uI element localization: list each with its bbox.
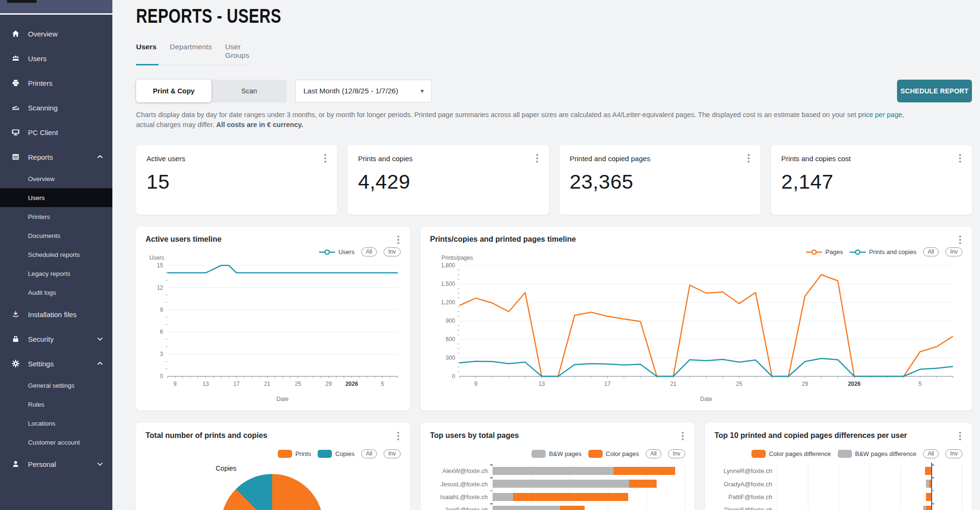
bar-row <box>777 477 962 490</box>
logo <box>7 0 37 3</box>
bar-row-label: LynneR@foxte.ch <box>714 464 777 477</box>
bar-row-label: JesusL@foxte.ch <box>430 477 493 490</box>
kpi-label: Printed and copied pages <box>570 155 750 163</box>
sidebar-item-personal[interactable]: Personal <box>0 452 112 476</box>
legend-item-color-diff[interactable]: Color pages difference <box>751 450 831 458</box>
color-pages-swatch <box>588 450 603 458</box>
sidebar-subitem-users[interactable]: Users <box>0 188 112 207</box>
sidebar-subitem-documents[interactable]: Documents <box>0 226 112 245</box>
kebab-menu-icon[interactable] <box>395 235 402 245</box>
person-icon <box>11 460 20 468</box>
lock-icon <box>11 335 20 343</box>
color-diff-bar-segment <box>926 493 931 501</box>
svg-text:21: 21 <box>670 381 677 387</box>
legend-inv-button[interactable]: Inv <box>384 449 401 458</box>
sidebar-item-label: Personal <box>28 460 97 468</box>
sidebar-item-label: Users <box>28 55 103 63</box>
sidebar-item-scanning[interactable]: Scanning <box>0 95 112 120</box>
bar-row-label: GradyA@foxte.ch <box>714 477 777 490</box>
prints-swatch <box>278 450 292 458</box>
sidebar-subitem-locations[interactable]: Locations <box>0 414 112 433</box>
color-diff-swatch <box>751 450 766 458</box>
svg-text:5: 5 <box>381 381 384 387</box>
color-diff-bar-segment <box>926 506 931 510</box>
kpi-card-prints-and-copies-cost: Prints and copies cost2,147 <box>771 145 972 215</box>
tab-user-groups[interactable]: User Groups <box>219 43 256 65</box>
sidebar-nav: OverviewUsersPrintersScanningPC ClientRe… <box>0 15 112 476</box>
kebab-menu-icon[interactable] <box>957 235 963 245</box>
sidebar-subitem-general-settings[interactable]: General settings <box>0 376 112 395</box>
sidebar-item-label: Scanning <box>28 104 103 112</box>
toggle-scan[interactable]: Scan <box>211 80 287 102</box>
svg-text:17: 17 <box>233 381 240 387</box>
legend-item-color-pages[interactable]: Color pages <box>588 450 639 458</box>
chart-legend: Prints Copies All Inv <box>278 449 401 458</box>
chart-title: Active users timeline <box>146 235 401 244</box>
tab-departments[interactable]: Departments <box>163 43 219 65</box>
color-bar-segment <box>513 493 628 501</box>
svg-text:6: 6 <box>160 328 163 335</box>
chart-title: Total number of prints and copies <box>146 431 401 440</box>
kpi-label: Prints and copies <box>358 155 538 163</box>
svg-text:900: 900 <box>446 318 455 324</box>
chevron-down-icon: ▼ <box>420 88 425 94</box>
sidebar-item-pc-client[interactable]: PC Client <box>0 120 112 145</box>
users-group-icon <box>11 54 20 63</box>
sidebar-subitem-scheduled-reports[interactable]: Scheduled reports <box>0 245 112 264</box>
sidebar-item-installation-files[interactable]: Installation files <box>0 302 112 327</box>
sidebar-item-overview[interactable]: Overview <box>0 21 112 46</box>
bw-bar-segment <box>493 493 513 501</box>
kebab-menu-icon[interactable] <box>322 154 329 163</box>
download-icon <box>11 310 20 319</box>
prints-copies-pie-card: Total number of prints and copies Prints… <box>136 423 410 510</box>
sidebar-item-printers[interactable]: Printers <box>0 71 112 95</box>
svg-text:29: 29 <box>802 381 808 387</box>
bar-row-label: JoniS@foxte.ch <box>430 503 493 510</box>
legend-item-copies[interactable]: Copies <box>318 450 354 458</box>
kebab-menu-icon[interactable] <box>534 154 540 163</box>
sidebar-subitem-legacy-reports[interactable]: Legacy reports <box>0 264 112 283</box>
kpi-value: 4,429 <box>358 170 538 193</box>
price-per-page-link[interactable]: price per page <box>858 111 902 118</box>
kpi-label: Prints and copies cost <box>781 155 962 163</box>
legend-inv-button[interactable]: Inv <box>668 449 685 458</box>
printer-icon <box>11 79 20 87</box>
active-users-timeline-card: Active users timeline Users All Inv 0369… <box>136 227 410 410</box>
sidebar-item-settings[interactable]: Settings <box>0 351 112 376</box>
legend-inv-button[interactable]: Inv <box>945 449 962 458</box>
print-scan-toggle: Print & Copy Scan <box>136 80 287 102</box>
legend-all-button[interactable]: All <box>646 449 661 458</box>
kebab-menu-icon[interactable] <box>957 154 963 163</box>
pie-slice-label: Copies <box>216 464 237 472</box>
toggle-print-copy[interactable]: Print & Copy <box>136 80 211 102</box>
legend-item-prints[interactable]: Prints <box>278 450 311 458</box>
tab-users[interactable]: Users <box>136 43 163 65</box>
svg-text:600: 600 <box>446 336 455 343</box>
sidebar-item-users[interactable]: Users <box>0 46 112 71</box>
kebab-menu-icon[interactable] <box>679 431 686 441</box>
sidebar-item-security[interactable]: Security <box>0 327 112 351</box>
sidebar-item-label: Reports <box>28 153 97 161</box>
sidebar-subitem-overview[interactable]: Overview <box>0 169 112 188</box>
chart-title: Top users by total pages <box>430 431 685 440</box>
sidebar-subitem-rules[interactable]: Rules <box>0 395 112 414</box>
sidebar-subitem-audit-logs[interactable]: Audit logs <box>0 283 112 302</box>
legend-all-button[interactable]: All <box>361 449 377 458</box>
sidebar-item-label: Settings <box>28 360 97 368</box>
bar-row <box>777 464 962 477</box>
kebab-menu-icon[interactable] <box>395 431 402 441</box>
sidebar-subitem-printers[interactable]: Printers <box>0 207 112 226</box>
schedule-report-button[interactable]: SCHEDULE REPORT <box>897 80 972 102</box>
kebab-menu-icon[interactable] <box>957 431 963 441</box>
svg-text:25: 25 <box>295 381 302 387</box>
sidebar-subitem-customer-account[interactable]: Customer account <box>0 433 112 452</box>
sidebar-item-reports[interactable]: Reports <box>0 145 112 169</box>
legend-item-bw-diff[interactable]: B&W pages difference <box>838 450 916 458</box>
kebab-menu-icon[interactable] <box>745 154 752 163</box>
legend-all-button[interactable]: All <box>923 449 939 458</box>
svg-text:Users: Users <box>149 255 164 261</box>
period-dropdown[interactable]: Last Month (12/8/25 - 1/7/26) ▼ <box>295 80 432 102</box>
svg-text:Date: Date <box>700 396 713 402</box>
legend-item-bw-pages[interactable]: B&W pages <box>531 450 582 458</box>
bw-bar-segment <box>493 506 560 510</box>
